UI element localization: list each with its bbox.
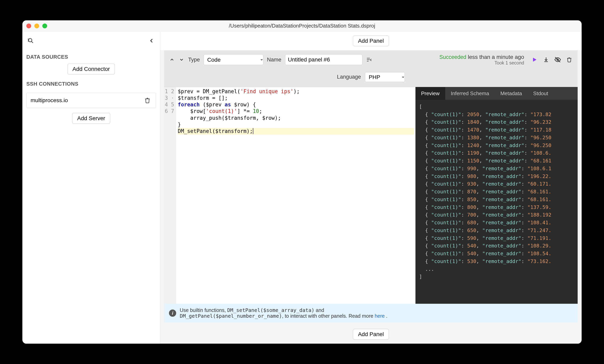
download-icon[interactable]	[542, 56, 550, 63]
name-label: Name	[267, 57, 281, 63]
chevron-up-icon[interactable]	[169, 57, 175, 63]
chevron-down-icon[interactable]	[178, 57, 185, 63]
code-editor[interactable]: 1 2 3 · 4 5 6 7 $prev = DM_getPanel('Fin…	[164, 87, 415, 304]
play-icon[interactable]	[531, 56, 538, 63]
panel-header: Type Code Name Succeeded less than a min…	[164, 50, 578, 69]
panel-name-input[interactable]	[285, 54, 363, 65]
tab-stdout[interactable]: Stdout	[528, 87, 554, 100]
svg-marker-8	[533, 58, 537, 62]
data-sources-heading: DATA SOURCES	[26, 54, 156, 60]
titlebar: /Users/philipeaton/DataStationProjects/D…	[22, 20, 582, 32]
svg-line-1	[32, 41, 33, 43]
preview-tabs: PreviewInferred SchemaMetadataStdout	[415, 87, 578, 100]
panel: Type Code Name Succeeded less than a min…	[164, 50, 578, 323]
trash-icon[interactable]	[143, 96, 152, 105]
hint-bar: i Use builtin functions, DM_setPanel($so…	[164, 304, 578, 323]
add-panel-button-top[interactable]: Add Panel	[353, 36, 389, 46]
window-controls	[26, 24, 47, 28]
type-label: Type	[188, 57, 200, 63]
app-window: /Users/philipeaton/DataStationProjects/D…	[22, 20, 582, 344]
ssh-connection-item[interactable]: multiprocess.io	[26, 93, 156, 108]
collapse-sidebar-icon[interactable]	[147, 36, 156, 45]
tab-preview[interactable]: Preview	[415, 87, 445, 100]
panel-subheader: Language PHP	[164, 69, 578, 87]
tab-inferred-schema[interactable]: Inferred Schema	[445, 87, 495, 100]
ssh-connections-heading: SSH CONNECTIONS	[26, 81, 156, 87]
preview-panel: PreviewInferred SchemaMetadataStdout [ {…	[415, 87, 578, 304]
add-panel-button-bottom[interactable]: Add Panel	[353, 329, 389, 340]
format-icon[interactable]	[366, 57, 372, 63]
zoom-window-icon[interactable]	[42, 24, 47, 28]
minimize-window-icon[interactable]	[34, 24, 39, 28]
add-connector-button[interactable]: Add Connector	[67, 64, 115, 74]
window-title: /Users/philipeaton/DataStationProjects/D…	[22, 23, 582, 29]
sidebar: DATA SOURCES Add Connector SSH CONNECTIO…	[22, 32, 160, 344]
panel-status: Succeeded less than a minute ago Took 1 …	[439, 54, 524, 66]
hint-link[interactable]: here	[375, 313, 385, 319]
hide-icon[interactable]	[554, 56, 561, 63]
main-area: Add Panel Type Code Name	[160, 32, 582, 344]
add-server-button[interactable]: Add Server	[72, 113, 110, 124]
tab-metadata[interactable]: Metadata	[495, 87, 528, 100]
type-select[interactable]: Code	[203, 54, 264, 65]
ssh-connection-label: multiprocess.io	[31, 97, 68, 104]
close-window-icon[interactable]	[26, 24, 31, 28]
search-icon[interactable]	[26, 36, 35, 45]
trash-icon[interactable]	[566, 56, 573, 63]
language-select[interactable]: PHP	[365, 72, 405, 82]
language-label: Language	[337, 74, 361, 80]
preview-body: [ { "count(1)": 2050, "remote_addr": "17…	[415, 100, 578, 304]
info-icon: i	[169, 310, 176, 317]
